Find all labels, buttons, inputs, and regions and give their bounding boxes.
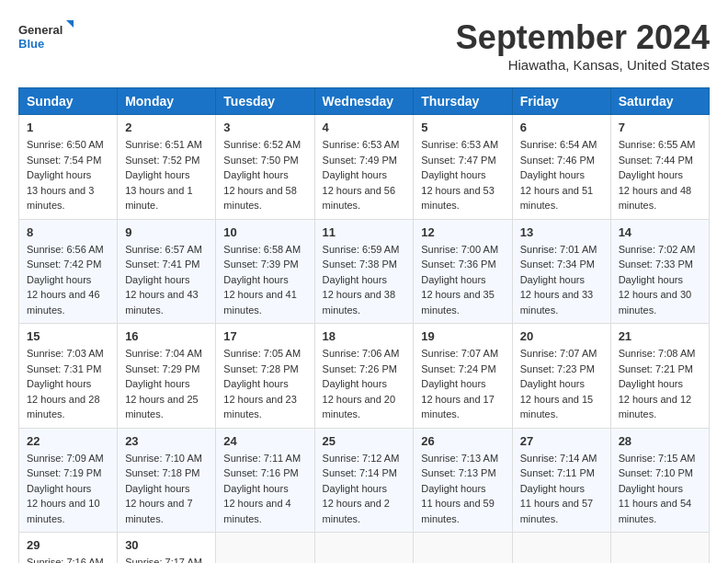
week-row-1: 1 Sunrise: 6:50 AM Sunset: 7:54 PM Dayli… [19, 115, 710, 220]
day-cell: 2 Sunrise: 6:51 AM Sunset: 7:52 PM Dayli… [118, 115, 216, 220]
month-title: September 2024 [456, 18, 710, 57]
week-row-3: 15 Sunrise: 7:03 AM Sunset: 7:31 PM Dayl… [19, 324, 710, 429]
col-monday: Monday [118, 88, 216, 115]
day-info: Sunrise: 7:00 AM Sunset: 7:36 PM Dayligh… [421, 242, 504, 318]
day-cell: 21 Sunrise: 7:08 AM Sunset: 7:21 PM Dayl… [610, 324, 709, 429]
day-number: 2 [125, 121, 208, 134]
day-number: 12 [421, 225, 504, 239]
day-number: 29 [27, 538, 109, 552]
day-number: 1 [27, 121, 109, 134]
day-cell: 3 Sunrise: 6:52 AM Sunset: 7:50 PM Dayli… [216, 115, 314, 220]
col-thursday: Thursday [414, 88, 512, 115]
day-info: Sunrise: 7:08 AM Sunset: 7:21 PM Dayligh… [619, 346, 701, 422]
col-wednesday: Wednesday [314, 88, 414, 115]
day-cell: 13 Sunrise: 7:01 AM Sunset: 7:34 PM Dayl… [512, 219, 610, 324]
day-info: Sunrise: 7:10 AM Sunset: 7:18 PM Dayligh… [125, 451, 208, 527]
day-cell: 26 Sunrise: 7:13 AM Sunset: 7:13 PM Dayl… [414, 428, 512, 533]
day-info: Sunrise: 7:05 AM Sunset: 7:28 PM Dayligh… [223, 346, 306, 422]
day-cell: 17 Sunrise: 7:05 AM Sunset: 7:28 PM Dayl… [216, 324, 314, 429]
logo: General Blue [18, 18, 74, 55]
day-info: Sunrise: 7:06 AM Sunset: 7:26 PM Dayligh… [323, 346, 406, 422]
day-info: Sunrise: 6:56 AM Sunset: 7:42 PM Dayligh… [27, 242, 109, 318]
day-number: 9 [125, 225, 208, 239]
day-cell [414, 533, 512, 564]
day-info: Sunrise: 6:52 AM Sunset: 7:50 PM Dayligh… [223, 137, 306, 213]
day-number: 22 [27, 434, 109, 448]
day-number: 11 [323, 225, 406, 239]
week-row-5: 29 Sunrise: 7:16 AM Sunset: 7:08 PM Dayl… [19, 533, 710, 564]
day-number: 21 [619, 329, 701, 343]
day-number: 8 [27, 225, 109, 239]
location: Hiawatha, Kansas, United States [456, 57, 710, 73]
day-info: Sunrise: 6:54 AM Sunset: 7:46 PM Dayligh… [520, 137, 603, 213]
day-cell: 19 Sunrise: 7:07 AM Sunset: 7:24 PM Dayl… [414, 324, 512, 429]
day-info: Sunrise: 6:58 AM Sunset: 7:39 PM Dayligh… [223, 242, 306, 318]
day-info: Sunrise: 7:09 AM Sunset: 7:19 PM Dayligh… [27, 451, 109, 527]
title-section: September 2024 Hiawatha, Kansas, United … [456, 18, 710, 73]
day-info: Sunrise: 7:07 AM Sunset: 7:24 PM Dayligh… [421, 346, 504, 422]
day-info: Sunrise: 6:51 AM Sunset: 7:52 PM Dayligh… [125, 137, 208, 213]
day-info: Sunrise: 7:15 AM Sunset: 7:10 PM Dayligh… [619, 451, 701, 527]
day-info: Sunrise: 7:13 AM Sunset: 7:13 PM Dayligh… [421, 451, 504, 527]
day-cell: 11 Sunrise: 6:59 AM Sunset: 7:38 PM Dayl… [314, 219, 414, 324]
day-info: Sunrise: 6:57 AM Sunset: 7:41 PM Dayligh… [125, 242, 208, 318]
day-cell [512, 533, 610, 564]
day-cell: 25 Sunrise: 7:12 AM Sunset: 7:14 PM Dayl… [314, 428, 414, 533]
day-number: 4 [323, 121, 406, 134]
day-cell: 9 Sunrise: 6:57 AM Sunset: 7:41 PM Dayli… [118, 219, 216, 324]
day-number: 16 [125, 329, 208, 343]
day-cell: 24 Sunrise: 7:11 AM Sunset: 7:16 PM Dayl… [216, 428, 314, 533]
svg-text:Blue: Blue [18, 37, 44, 51]
day-number: 25 [323, 434, 406, 448]
day-number: 18 [323, 329, 406, 343]
day-cell: 20 Sunrise: 7:07 AM Sunset: 7:23 PM Dayl… [512, 324, 610, 429]
day-cell: 18 Sunrise: 7:06 AM Sunset: 7:26 PM Dayl… [314, 324, 414, 429]
day-info: Sunrise: 7:11 AM Sunset: 7:16 PM Dayligh… [223, 451, 306, 527]
page-container: General Blue September 2024 Hiawatha, Ka… [18, 18, 710, 563]
day-number: 15 [27, 329, 109, 343]
day-cell: 30 Sunrise: 7:17 AM Sunset: 7:06 PM Dayl… [118, 533, 216, 564]
day-cell: 1 Sunrise: 6:50 AM Sunset: 7:54 PM Dayli… [19, 115, 118, 220]
day-cell: 23 Sunrise: 7:10 AM Sunset: 7:18 PM Dayl… [118, 428, 216, 533]
day-cell: 4 Sunrise: 6:53 AM Sunset: 7:49 PM Dayli… [314, 115, 414, 220]
day-info: Sunrise: 7:17 AM Sunset: 7:06 PM Dayligh… [125, 555, 208, 563]
day-number: 13 [520, 225, 603, 239]
day-info: Sunrise: 7:01 AM Sunset: 7:34 PM Dayligh… [520, 242, 603, 318]
col-tuesday: Tuesday [216, 88, 314, 115]
day-cell: 6 Sunrise: 6:54 AM Sunset: 7:46 PM Dayli… [512, 115, 610, 220]
day-cell [610, 533, 709, 564]
day-cell: 7 Sunrise: 6:55 AM Sunset: 7:44 PM Dayli… [610, 115, 709, 220]
week-row-4: 22 Sunrise: 7:09 AM Sunset: 7:19 PM Dayl… [19, 428, 710, 533]
day-number: 19 [421, 329, 504, 343]
day-cell: 22 Sunrise: 7:09 AM Sunset: 7:19 PM Dayl… [19, 428, 118, 533]
day-cell: 10 Sunrise: 6:58 AM Sunset: 7:39 PM Dayl… [216, 219, 314, 324]
day-cell: 29 Sunrise: 7:16 AM Sunset: 7:08 PM Dayl… [19, 533, 118, 564]
svg-marker-2 [66, 20, 74, 28]
day-number: 7 [619, 121, 701, 134]
day-number: 17 [223, 329, 306, 343]
header: General Blue September 2024 Hiawatha, Ka… [18, 18, 710, 73]
col-saturday: Saturday [610, 88, 709, 115]
day-number: 5 [421, 121, 504, 134]
day-info: Sunrise: 7:02 AM Sunset: 7:33 PM Dayligh… [619, 242, 701, 318]
day-number: 10 [223, 225, 306, 239]
day-number: 20 [520, 329, 603, 343]
day-cell: 28 Sunrise: 7:15 AM Sunset: 7:10 PM Dayl… [610, 428, 709, 533]
day-number: 6 [520, 121, 603, 134]
day-info: Sunrise: 6:55 AM Sunset: 7:44 PM Dayligh… [619, 137, 701, 213]
week-row-2: 8 Sunrise: 6:56 AM Sunset: 7:42 PM Dayli… [19, 219, 710, 324]
day-info: Sunrise: 7:04 AM Sunset: 7:29 PM Dayligh… [125, 346, 208, 422]
day-number: 23 [125, 434, 208, 448]
day-info: Sunrise: 7:12 AM Sunset: 7:14 PM Dayligh… [323, 451, 406, 527]
col-sunday: Sunday [19, 88, 118, 115]
svg-text:General: General [18, 23, 63, 37]
day-info: Sunrise: 6:50 AM Sunset: 7:54 PM Dayligh… [27, 137, 109, 213]
day-info: Sunrise: 7:07 AM Sunset: 7:23 PM Dayligh… [520, 346, 603, 422]
day-cell: 14 Sunrise: 7:02 AM Sunset: 7:33 PM Dayl… [610, 219, 709, 324]
calendar: Sunday Monday Tuesday Wednesday Thursday… [18, 87, 710, 563]
col-friday: Friday [512, 88, 610, 115]
day-cell: 5 Sunrise: 6:53 AM Sunset: 7:47 PM Dayli… [414, 115, 512, 220]
day-cell [216, 533, 314, 564]
day-number: 27 [520, 434, 603, 448]
calendar-header-row: Sunday Monday Tuesday Wednesday Thursday… [19, 88, 710, 115]
